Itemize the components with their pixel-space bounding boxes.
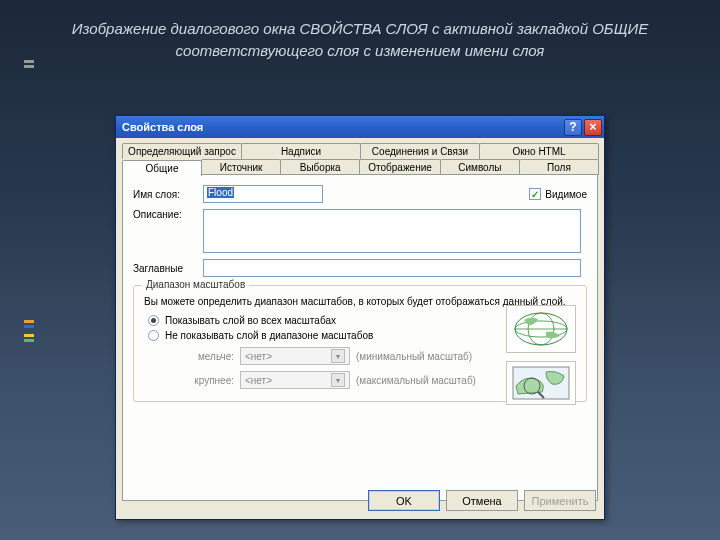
visible-label: Видимое <box>545 189 587 200</box>
radio-icon <box>148 330 159 341</box>
caption-words-input[interactable] <box>203 259 581 277</box>
tab-symbology[interactable]: Символы <box>440 159 520 175</box>
globe-illustration <box>506 305 576 353</box>
tab-row-top: Определяющий запрос Надписи Соединения и… <box>122 142 598 158</box>
tab-source[interactable]: Источник <box>201 159 281 175</box>
close-button[interactable]: × <box>584 119 602 136</box>
tab-general[interactable]: Общие <box>122 160 202 176</box>
tab-display[interactable]: Отображение <box>359 159 441 175</box>
chevron-down-icon: ▾ <box>331 349 345 363</box>
caption-words-label: Заглавные <box>133 263 203 274</box>
tab-query[interactable]: Определяющий запрос <box>122 143 242 159</box>
description-label: Описание: <box>133 209 203 220</box>
slide-side-marks <box>24 60 34 344</box>
description-input[interactable] <box>203 209 581 253</box>
map-illustration <box>506 361 576 405</box>
help-button[interactable]: ? <box>564 119 582 136</box>
tab-panel-general: Имя слоя: Flood ✓ Видимое Описание: Загл… <box>122 174 598 501</box>
min-scale-hint: (минимальный масштаб) <box>356 351 472 362</box>
slide-caption: Изображение диалогового окна СВОЙСТВА СЛ… <box>0 0 720 62</box>
layer-name-input[interactable]: Flood <box>203 185 323 203</box>
layer-properties-dialog: Свойства слоя ? × Определяющий запрос На… <box>115 115 605 520</box>
tab-html[interactable]: Окно HTML <box>479 143 599 159</box>
apply-button[interactable]: Применить <box>524 490 596 511</box>
larger-label: крупнее: <box>184 375 234 386</box>
radio-icon <box>148 315 159 326</box>
visible-checkbox[interactable]: ✓ Видимое <box>529 188 587 200</box>
dialog-buttons: OK Отмена Применить <box>368 490 596 511</box>
tab-labels[interactable]: Надписи <box>241 143 361 159</box>
tab-joins[interactable]: Соединения и Связи <box>360 143 480 159</box>
ok-button[interactable]: OK <box>368 490 440 511</box>
cancel-button[interactable]: Отмена <box>446 490 518 511</box>
tab-row-bottom: Общие Источник Выборка Отображение Симво… <box>122 158 598 174</box>
chevron-down-icon: ▾ <box>331 373 345 387</box>
titlebar[interactable]: Свойства слоя ? × <box>116 116 604 138</box>
smaller-label: мельче: <box>184 351 234 362</box>
check-icon: ✓ <box>529 188 541 200</box>
tab-fields[interactable]: Поля <box>519 159 599 175</box>
group-title: Диапазон масштабов <box>142 279 249 290</box>
scale-range-group: Диапазон масштабов Вы можете определить … <box>133 285 587 402</box>
max-scale-hint: (максимальный масштаб) <box>356 375 476 386</box>
layer-name-label: Имя слоя: <box>133 189 203 200</box>
max-scale-select[interactable]: <нет> ▾ <box>240 371 350 389</box>
min-scale-select[interactable]: <нет> ▾ <box>240 347 350 365</box>
tab-selection[interactable]: Выборка <box>280 159 360 175</box>
dialog-title: Свойства слоя <box>122 121 203 133</box>
